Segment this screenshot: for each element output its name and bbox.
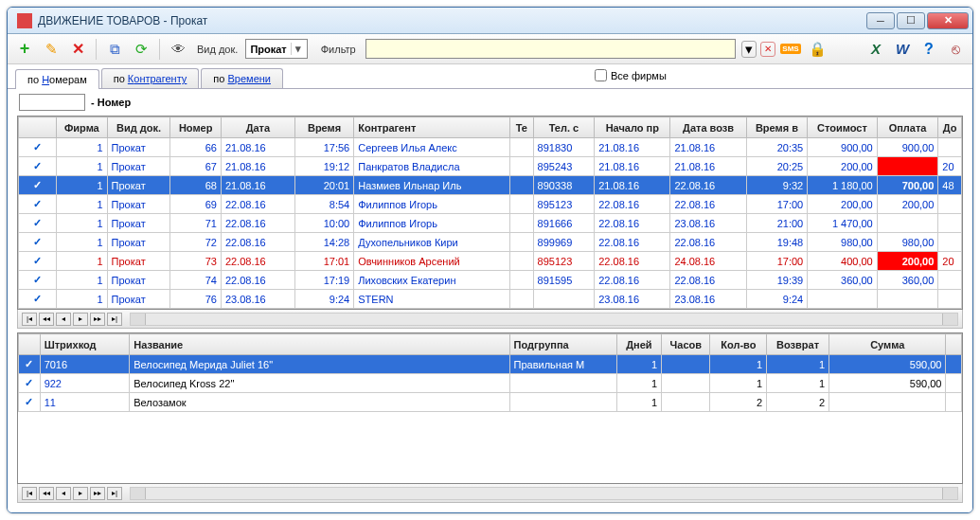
items-grid[interactable]: ШтрихкодНазвание ПодгруппаДнейЧасов Кол-…: [17, 332, 963, 484]
window-title: ДВИЖЕНИЕ ТОВАРОВ - Прокат: [38, 14, 866, 27]
table-row[interactable]: 1Прокат6621.08.1617:56Сергеев Илья Алекс…: [19, 138, 962, 157]
sms-button[interactable]: SMS: [779, 38, 802, 61]
grid2-navigator: |◂ ◂◂ ◂ ▸ ▸▸ ▸|: [17, 484, 963, 503]
titlebar: ДВИЖЕНИЕ ТОВАРОВ - Прокат ─ ☐ ✕: [8, 8, 972, 34]
close-button[interactable]: ✕: [927, 12, 969, 29]
edit-button[interactable]: ✎: [40, 38, 62, 61]
refresh-button[interactable]: ⟳: [130, 38, 152, 61]
maximize-button[interactable]: ☐: [897, 12, 925, 29]
table-row[interactable]: 1Прокат7122.08.1610:00Филиппов Игорь8916…: [19, 214, 962, 233]
search-row: - Номер: [8, 89, 972, 116]
tab-by-agent[interactable]: по Контрагенту: [101, 68, 200, 88]
copy-button[interactable]: ⧉: [103, 38, 126, 61]
nav2-next-page[interactable]: ▸▸: [90, 487, 105, 500]
table-row[interactable]: 11Велозамок122: [19, 393, 962, 412]
app-icon: [17, 13, 32, 28]
add-button[interactable]: +: [13, 38, 36, 61]
nav2-prev[interactable]: ◂: [56, 487, 71, 500]
nav-next-page[interactable]: ▸▸: [90, 313, 105, 326]
table-row[interactable]: 1Прокат7222.08.1614:28Духопельников Кири…: [19, 233, 962, 252]
table-row[interactable]: 1Прокат6721.08.1619:12Панкратов Владисла…: [19, 157, 962, 176]
table-row[interactable]: 1Прокат7623.08.169:24STERN23.08.1623.08.…: [19, 290, 962, 309]
excel-button[interactable]: X: [864, 38, 887, 61]
documents-grid[interactable]: ФирмаВид док.Номер ДатаВремяКонтрагент Т…: [17, 116, 963, 310]
tab-by-time[interactable]: по Времени: [201, 68, 283, 88]
number-search-label: - Номер: [91, 97, 131, 108]
toolbar: + ✎ ✕ ⧉ ⟳ 👁 Вид док. Прокат ▾ Фильтр ▾ ✕…: [8, 34, 972, 64]
nav-last[interactable]: ▸|: [107, 313, 122, 326]
tabs: по Номерам по Контрагенту по Времени Все…: [8, 64, 972, 89]
table-row[interactable]: 1Прокат6922.08.168:54Филиппов Игорь89512…: [19, 195, 962, 214]
nav2-first[interactable]: |◂: [22, 487, 37, 500]
nav2-prev-page[interactable]: ◂◂: [39, 487, 54, 500]
delete-button[interactable]: ✕: [66, 38, 89, 61]
view-button[interactable]: 👁: [167, 38, 189, 61]
minimize-button[interactable]: ─: [866, 12, 895, 29]
chevron-down-icon[interactable]: ▾: [291, 43, 305, 55]
number-search-input[interactable]: [19, 94, 85, 111]
table-row[interactable]: 1Прокат7322.08.1617:01Овчинников Арсений…: [19, 252, 962, 271]
word-button[interactable]: W: [891, 38, 914, 61]
exit-button[interactable]: ⎋: [944, 38, 967, 61]
nav2-last[interactable]: ▸|: [107, 487, 122, 500]
filter-clear-button[interactable]: ✕: [760, 42, 775, 57]
nav-prev[interactable]: ◂: [56, 313, 71, 326]
filter-label: Фильтр: [321, 44, 356, 55]
grid2-hscroll[interactable]: [130, 487, 958, 500]
nav-prev-page[interactable]: ◂◂: [39, 313, 54, 326]
doc-type-label: Вид док.: [197, 44, 238, 55]
nav-next[interactable]: ▸: [73, 313, 88, 326]
lock-button[interactable]: 🔒: [806, 38, 829, 61]
tab-by-numbers[interactable]: по Номерам: [15, 69, 99, 89]
table-row[interactable]: 1Прокат6821.08.1620:01Назмиев Ильнар Иль…: [19, 176, 962, 195]
table-row[interactable]: 922Велосипед Kross 22"111590,00: [19, 374, 962, 393]
nav-first[interactable]: |◂: [22, 313, 37, 326]
filter-dropdown-button[interactable]: ▾: [741, 41, 757, 58]
grid1-hscroll[interactable]: [130, 313, 958, 326]
filter-input[interactable]: [365, 39, 736, 59]
nav2-next[interactable]: ▸: [73, 487, 88, 500]
all-firms-checkbox[interactable]: Все фирмы: [595, 69, 667, 81]
table-row[interactable]: 1Прокат7422.08.1617:19Лиховских Екатерин…: [19, 271, 962, 290]
table-row[interactable]: 7016Велосипед Мерида Juliet 16"Правильна…: [19, 355, 962, 374]
grid1-navigator: |◂ ◂◂ ◂ ▸ ▸▸ ▸|: [17, 310, 963, 329]
help-button[interactable]: ?: [918, 38, 940, 61]
main-window: ДВИЖЕНИЕ ТОВАРОВ - Прокат ─ ☐ ✕ + ✎ ✕ ⧉ …: [7, 7, 973, 513]
doc-type-combo[interactable]: Прокат ▾: [245, 39, 307, 59]
